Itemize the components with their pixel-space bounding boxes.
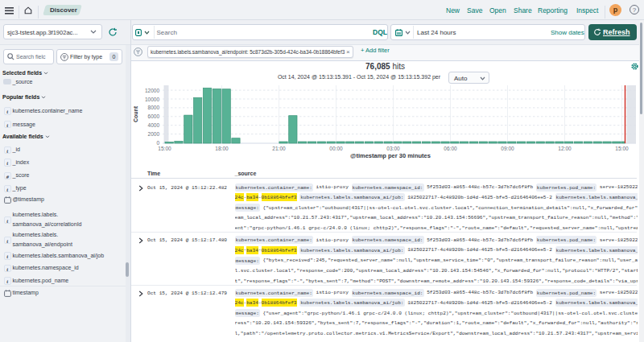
svg-text:0: 0 bbox=[156, 140, 159, 146]
svg-text:4000: 4000 bbox=[148, 122, 160, 128]
svg-text:00:00: 00:00 bbox=[329, 146, 343, 151]
svg-text:06:00: 06:00 bbox=[444, 146, 457, 151]
svg-text:12000: 12000 bbox=[145, 88, 159, 93]
svg-text:Count: Count bbox=[133, 105, 138, 122]
svg-text:6000: 6000 bbox=[148, 113, 160, 119]
svg-text:09:00: 09:00 bbox=[501, 146, 514, 151]
svg-text:21:00: 21:00 bbox=[272, 146, 286, 151]
svg-text:15:00: 15:00 bbox=[158, 146, 171, 151]
svg-text:03:00: 03:00 bbox=[386, 146, 400, 151]
svg-text:12:00: 12:00 bbox=[558, 146, 572, 151]
svg-text:2000: 2000 bbox=[148, 131, 160, 137]
svg-text:8000: 8000 bbox=[148, 105, 160, 110]
svg-text:18:00: 18:00 bbox=[215, 146, 229, 151]
svg-text:10000: 10000 bbox=[145, 97, 159, 102]
svg-text:15:00: 15:00 bbox=[615, 146, 629, 151]
svg-text:@timestamp per 30 minutes: @timestamp per 30 minutes bbox=[350, 152, 431, 159]
